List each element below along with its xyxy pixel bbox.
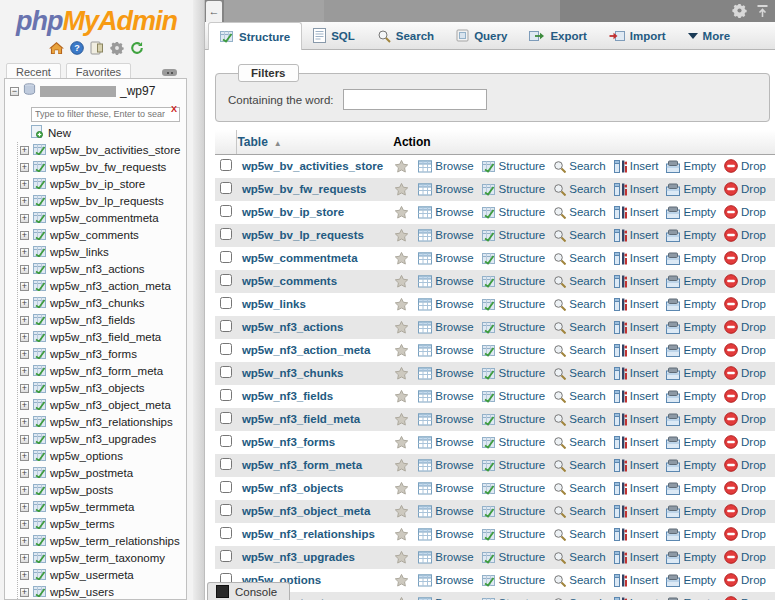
search-action[interactable]: Search: [553, 183, 605, 196]
empty-action[interactable]: Empty: [666, 344, 716, 357]
favorite-star-icon[interactable]: [394, 251, 409, 266]
tab-import[interactable]: Import: [598, 22, 677, 49]
insert-action[interactable]: Insert: [614, 229, 659, 242]
expand-plus-icon[interactable]: +: [20, 571, 29, 580]
insert-action[interactable]: Insert: [614, 459, 659, 472]
structure-action[interactable]: Structure: [482, 436, 546, 449]
drop-action[interactable]: Drop: [724, 343, 766, 357]
browse-action[interactable]: Browse: [418, 597, 473, 600]
browse-action[interactable]: Browse: [418, 275, 473, 288]
sidebar-table-item[interactable]: + wp5w_usermeta: [18, 567, 186, 584]
sidebar-table-item[interactable]: + wp5w_nf3_actions: [18, 261, 186, 278]
empty-action[interactable]: Empty: [666, 183, 716, 196]
row-checkbox[interactable]: [220, 159, 232, 171]
drop-action[interactable]: Drop: [724, 366, 766, 380]
table-name-link[interactable]: wp5w_nf3_fields: [242, 390, 333, 402]
search-action[interactable]: Search: [553, 528, 605, 541]
drop-action[interactable]: Drop: [724, 205, 766, 219]
help-icon[interactable]: ?: [70, 41, 84, 55]
search-action[interactable]: Search: [553, 505, 605, 518]
empty-action[interactable]: Empty: [666, 413, 716, 426]
row-checkbox[interactable]: [220, 366, 232, 378]
sidebar-table-item[interactable]: + wp5w_nf3_chunks: [18, 295, 186, 312]
empty-action[interactable]: Empty: [666, 252, 716, 265]
structure-action[interactable]: Structure: [482, 528, 546, 541]
tree-filter-input[interactable]: [31, 107, 180, 122]
insert-action[interactable]: Insert: [614, 436, 659, 449]
nav-scroll-handle[interactable]: [162, 69, 177, 76]
drop-action[interactable]: Drop: [724, 481, 766, 495]
favorite-star-icon[interactable]: [394, 343, 409, 358]
search-action[interactable]: Search: [553, 459, 605, 472]
drop-action[interactable]: Drop: [724, 228, 766, 242]
sidebar-table-item[interactable]: + wp5w_nf3_action_meta: [18, 278, 186, 295]
favorite-star-icon[interactable]: [394, 412, 409, 427]
table-name-link[interactable]: wp5w_nf3_action_meta: [242, 344, 370, 356]
expand-plus-icon[interactable]: +: [20, 265, 29, 274]
home-icon[interactable]: [49, 42, 64, 55]
browse-action[interactable]: Browse: [418, 252, 473, 265]
expand-plus-icon[interactable]: +: [20, 520, 29, 529]
structure-action[interactable]: Structure: [482, 459, 546, 472]
tab-search[interactable]: Search: [366, 22, 445, 49]
structure-action[interactable]: Structure: [482, 390, 546, 403]
favorite-star-icon[interactable]: [394, 159, 409, 174]
structure-action[interactable]: Structure: [482, 298, 546, 311]
table-name-link[interactable]: wp5w_nf3_upgrades: [242, 551, 355, 563]
row-checkbox[interactable]: [220, 320, 232, 332]
insert-action[interactable]: Insert: [614, 160, 659, 173]
search-action[interactable]: Search: [553, 390, 605, 403]
search-action[interactable]: Search: [553, 344, 605, 357]
sidebar-table-item[interactable]: + wp5w_termmeta: [18, 499, 186, 516]
tab-export[interactable]: Export: [518, 22, 597, 49]
search-action[interactable]: Search: [553, 229, 605, 242]
empty-action[interactable]: Empty: [666, 321, 716, 334]
insert-action[interactable]: Insert: [614, 367, 659, 380]
browse-action[interactable]: Browse: [418, 298, 473, 311]
expand-plus-icon[interactable]: +: [20, 316, 29, 325]
sidebar-table-item[interactable]: + wp5w_nf3_relationships: [18, 414, 186, 431]
row-checkbox[interactable]: [220, 228, 232, 240]
browse-action[interactable]: Browse: [418, 229, 473, 242]
structure-action[interactable]: Structure: [482, 252, 546, 265]
new-table-item[interactable]: New: [31, 124, 186, 142]
search-action[interactable]: Search: [553, 482, 605, 495]
phpmyadmin-logo[interactable]: phpMyAdmin: [0, 0, 193, 37]
empty-action[interactable]: Empty: [666, 298, 716, 311]
table-name-link[interactable]: wp5w_bv_lp_requests: [242, 229, 364, 241]
row-checkbox[interactable]: [220, 458, 232, 470]
structure-action[interactable]: Structure: [482, 597, 546, 600]
structure-action[interactable]: Structure: [482, 482, 546, 495]
insert-action[interactable]: Insert: [614, 321, 659, 334]
settings-gear-icon[interactable]: [110, 41, 124, 55]
drop-action[interactable]: Drop: [724, 435, 766, 449]
drop-action[interactable]: Drop: [724, 297, 766, 311]
row-checkbox[interactable]: [220, 550, 232, 562]
structure-action[interactable]: Structure: [482, 229, 546, 242]
sidebar-table-item[interactable]: + wp5w_commentmeta: [18, 210, 186, 227]
drop-action[interactable]: Drop: [724, 504, 766, 518]
containing-word-input[interactable]: [343, 89, 487, 110]
search-action[interactable]: Search: [553, 413, 605, 426]
row-checkbox[interactable]: [220, 274, 232, 286]
expand-plus-icon[interactable]: +: [20, 367, 29, 376]
drop-action[interactable]: Drop: [724, 320, 766, 334]
collapse-nav-icon[interactable]: ←: [206, 1, 222, 22]
tab-query[interactable]: Query: [445, 22, 518, 49]
exit-icon[interactable]: [90, 41, 104, 55]
table-name-link[interactable]: wp5w_nf3_actions: [242, 321, 344, 333]
table-name-link[interactable]: wp5w_bv_activities_store: [242, 160, 383, 172]
sidebar-table-item[interactable]: + wp5w_postmeta: [18, 465, 186, 482]
expand-plus-icon[interactable]: +: [20, 554, 29, 563]
favorite-star-icon[interactable]: [394, 573, 409, 588]
table-name-link[interactable]: wp5w_bv_fw_requests: [242, 183, 367, 195]
row-checkbox[interactable]: [220, 435, 232, 447]
tab-more[interactable]: More: [677, 22, 741, 49]
insert-action[interactable]: Insert: [614, 528, 659, 541]
table-column-header[interactable]: Table▲: [237, 130, 393, 155]
expand-plus-icon[interactable]: +: [20, 214, 29, 223]
expand-plus-icon[interactable]: +: [20, 401, 29, 410]
browse-action[interactable]: Browse: [418, 183, 473, 196]
table-name-link[interactable]: wp5w_comments: [242, 275, 337, 287]
collapse-minus-icon[interactable]: −: [10, 87, 19, 96]
